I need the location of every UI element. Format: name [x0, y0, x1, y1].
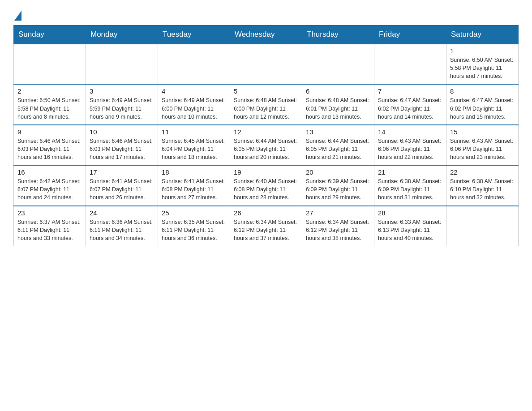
calendar-cell: 12Sunrise: 6:44 AM Sunset: 6:05 PM Dayli… [230, 125, 302, 165]
day-number: 18 [162, 168, 226, 176]
weekday-header-saturday: Saturday [446, 26, 519, 44]
calendar-cell: 4Sunrise: 6:49 AM Sunset: 6:00 PM Daylig… [158, 84, 230, 124]
day-info: Sunrise: 6:37 AM Sunset: 6:11 PM Dayligh… [17, 218, 82, 242]
day-info: Sunrise: 6:43 AM Sunset: 6:06 PM Dayligh… [378, 137, 442, 161]
weekday-header-friday: Friday [374, 26, 446, 44]
calendar-cell: 18Sunrise: 6:41 AM Sunset: 6:08 PM Dayli… [158, 165, 230, 206]
calendar-cell: 25Sunrise: 6:35 AM Sunset: 6:11 PM Dayli… [158, 206, 230, 246]
calendar-table: SundayMondayTuesdayWednesdayThursdayFrid… [13, 25, 519, 246]
day-number: 13 [306, 128, 370, 136]
calendar-cell: 9Sunrise: 6:46 AM Sunset: 6:03 PM Daylig… [14, 125, 86, 165]
calendar-week-row: 16Sunrise: 6:42 AM Sunset: 6:07 PM Dayli… [14, 165, 519, 206]
weekday-header-sunday: Sunday [14, 26, 86, 44]
calendar-cell: 7Sunrise: 6:47 AM Sunset: 6:02 PM Daylig… [374, 84, 446, 124]
calendar-cell: 21Sunrise: 6:38 AM Sunset: 6:09 PM Dayli… [374, 165, 446, 206]
weekday-header-tuesday: Tuesday [158, 26, 230, 44]
day-info: Sunrise: 6:46 AM Sunset: 6:03 PM Dayligh… [90, 137, 154, 161]
calendar-cell [446, 206, 519, 246]
weekday-header-row: SundayMondayTuesdayWednesdayThursdayFrid… [14, 26, 519, 44]
day-number: 28 [378, 209, 442, 217]
calendar-week-row: 1Sunrise: 6:50 AM Sunset: 5:58 PM Daylig… [14, 44, 519, 84]
day-info: Sunrise: 6:33 AM Sunset: 6:13 PM Dayligh… [378, 218, 442, 242]
calendar-cell: 17Sunrise: 6:41 AM Sunset: 6:07 PM Dayli… [86, 165, 158, 206]
calendar-cell: 5Sunrise: 6:48 AM Sunset: 6:00 PM Daylig… [230, 84, 302, 124]
day-number: 27 [306, 209, 370, 217]
day-info: Sunrise: 6:34 AM Sunset: 6:12 PM Dayligh… [234, 218, 298, 242]
calendar-cell: 27Sunrise: 6:34 AM Sunset: 6:12 PM Dayli… [302, 206, 374, 246]
logo [13, 9, 21, 21]
calendar-week-row: 23Sunrise: 6:37 AM Sunset: 6:11 PM Dayli… [14, 206, 519, 246]
day-number: 3 [90, 87, 154, 95]
day-number: 8 [450, 87, 515, 95]
calendar-cell: 23Sunrise: 6:37 AM Sunset: 6:11 PM Dayli… [14, 206, 86, 246]
day-info: Sunrise: 6:44 AM Sunset: 6:05 PM Dayligh… [306, 137, 370, 161]
day-info: Sunrise: 6:47 AM Sunset: 6:02 PM Dayligh… [378, 96, 442, 120]
day-info: Sunrise: 6:36 AM Sunset: 6:11 PM Dayligh… [90, 218, 154, 242]
calendar-cell: 24Sunrise: 6:36 AM Sunset: 6:11 PM Dayli… [86, 206, 158, 246]
calendar-cell: 16Sunrise: 6:42 AM Sunset: 6:07 PM Dayli… [14, 165, 86, 206]
calendar-cell [86, 44, 158, 84]
day-info: Sunrise: 6:42 AM Sunset: 6:07 PM Dayligh… [17, 177, 82, 201]
day-number: 6 [306, 87, 370, 95]
calendar-cell: 2Sunrise: 6:50 AM Sunset: 5:58 PM Daylig… [14, 84, 86, 124]
day-info: Sunrise: 6:39 AM Sunset: 6:09 PM Dayligh… [306, 177, 370, 201]
day-number: 14 [378, 128, 442, 136]
day-info: Sunrise: 6:46 AM Sunset: 6:03 PM Dayligh… [17, 137, 82, 161]
day-number: 11 [162, 128, 226, 136]
calendar-cell: 26Sunrise: 6:34 AM Sunset: 6:12 PM Dayli… [230, 206, 302, 246]
day-number: 5 [234, 87, 298, 95]
day-info: Sunrise: 6:49 AM Sunset: 6:00 PM Dayligh… [162, 96, 226, 120]
calendar-cell [14, 44, 86, 84]
day-info: Sunrise: 6:49 AM Sunset: 5:59 PM Dayligh… [90, 96, 154, 120]
calendar-cell: 13Sunrise: 6:44 AM Sunset: 6:05 PM Dayli… [302, 125, 374, 165]
day-info: Sunrise: 6:34 AM Sunset: 6:12 PM Dayligh… [306, 218, 370, 242]
calendar-week-row: 9Sunrise: 6:46 AM Sunset: 6:03 PM Daylig… [14, 125, 519, 165]
calendar-cell: 22Sunrise: 6:38 AM Sunset: 6:10 PM Dayli… [446, 165, 519, 206]
day-info: Sunrise: 6:40 AM Sunset: 6:08 PM Dayligh… [234, 177, 298, 201]
day-number: 19 [234, 168, 298, 176]
day-number: 17 [90, 168, 154, 176]
weekday-header-wednesday: Wednesday [230, 26, 302, 44]
calendar-cell: 19Sunrise: 6:40 AM Sunset: 6:08 PM Dayli… [230, 165, 302, 206]
day-number: 15 [450, 128, 515, 136]
day-info: Sunrise: 6:35 AM Sunset: 6:11 PM Dayligh… [162, 218, 226, 242]
day-number: 10 [90, 128, 154, 136]
day-number: 16 [17, 168, 82, 176]
day-number: 26 [234, 209, 298, 217]
day-info: Sunrise: 6:38 AM Sunset: 6:09 PM Dayligh… [378, 177, 442, 201]
day-info: Sunrise: 6:48 AM Sunset: 6:01 PM Dayligh… [306, 96, 370, 120]
calendar-cell: 14Sunrise: 6:43 AM Sunset: 6:06 PM Dayli… [374, 125, 446, 165]
day-number: 22 [450, 168, 515, 176]
calendar-cell: 28Sunrise: 6:33 AM Sunset: 6:13 PM Dayli… [374, 206, 446, 246]
day-number: 1 [450, 47, 515, 55]
day-number: 25 [162, 209, 226, 217]
calendar-cell: 3Sunrise: 6:49 AM Sunset: 5:59 PM Daylig… [86, 84, 158, 124]
day-info: Sunrise: 6:45 AM Sunset: 6:04 PM Dayligh… [162, 137, 226, 161]
logo-arrow-icon [14, 11, 21, 21]
calendar-cell: 15Sunrise: 6:43 AM Sunset: 6:06 PM Dayli… [446, 125, 519, 165]
day-number: 20 [306, 168, 370, 176]
day-number: 2 [17, 87, 82, 95]
page-header [13, 9, 519, 21]
calendar-cell [230, 44, 302, 84]
day-info: Sunrise: 6:47 AM Sunset: 6:02 PM Dayligh… [450, 96, 515, 120]
day-number: 24 [90, 209, 154, 217]
calendar-cell: 1Sunrise: 6:50 AM Sunset: 5:58 PM Daylig… [446, 44, 519, 84]
day-info: Sunrise: 6:41 AM Sunset: 6:07 PM Dayligh… [90, 177, 154, 201]
calendar-cell [158, 44, 230, 84]
calendar-cell: 6Sunrise: 6:48 AM Sunset: 6:01 PM Daylig… [302, 84, 374, 124]
calendar-cell: 8Sunrise: 6:47 AM Sunset: 6:02 PM Daylig… [446, 84, 519, 124]
day-number: 9 [17, 128, 82, 136]
calendar-cell: 11Sunrise: 6:45 AM Sunset: 6:04 PM Dayli… [158, 125, 230, 165]
day-number: 23 [17, 209, 82, 217]
calendar-week-row: 2Sunrise: 6:50 AM Sunset: 5:58 PM Daylig… [14, 84, 519, 124]
day-info: Sunrise: 6:44 AM Sunset: 6:05 PM Dayligh… [234, 137, 298, 161]
calendar-cell [302, 44, 374, 84]
weekday-header-monday: Monday [86, 26, 158, 44]
day-number: 12 [234, 128, 298, 136]
calendar-cell: 20Sunrise: 6:39 AM Sunset: 6:09 PM Dayli… [302, 165, 374, 206]
weekday-header-thursday: Thursday [302, 26, 374, 44]
calendar-cell: 10Sunrise: 6:46 AM Sunset: 6:03 PM Dayli… [86, 125, 158, 165]
calendar-cell [374, 44, 446, 84]
day-info: Sunrise: 6:38 AM Sunset: 6:10 PM Dayligh… [450, 177, 515, 201]
